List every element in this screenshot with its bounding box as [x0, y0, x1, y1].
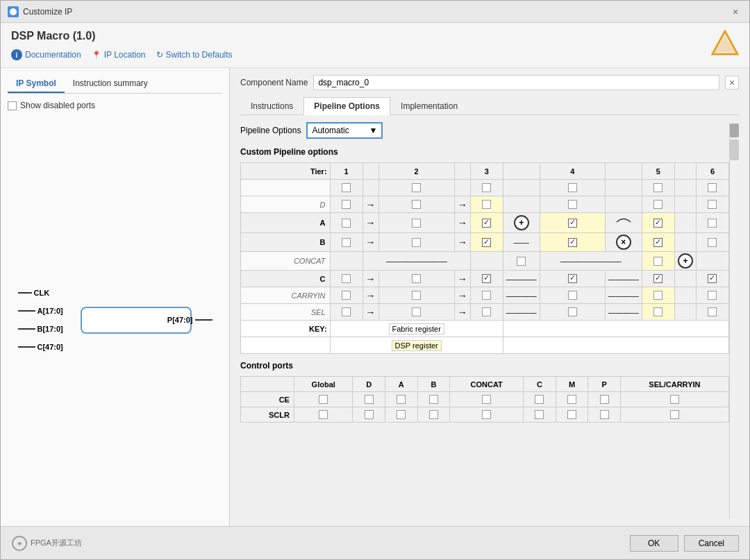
footer-logo: ✦ FPGA开源工坊 — [11, 535, 82, 552]
info-icon: i — [11, 49, 22, 60]
header: DSP Macro (1.0) i Documentation 📍 IP Loc… — [1, 23, 749, 68]
right-panel: Component Name × Instructions Pipeline O… — [230, 68, 749, 526]
col-a: A — [385, 377, 418, 392]
col-c: C — [524, 377, 556, 392]
port-clk: CLK — [18, 289, 63, 297]
mult-circle: × — [616, 235, 631, 250]
col-global: Global — [294, 377, 353, 392]
col-p: P — [588, 377, 621, 392]
svg-text:✦: ✦ — [17, 540, 22, 548]
c-row: C → → ———— ———— — [241, 271, 729, 287]
pipeline-options-row: Pipeline Options Automatic ▼ — [240, 122, 729, 139]
sclr-label: SCLR — [241, 407, 294, 423]
concat-row: CONCAT ———————— ———————— + — [241, 252, 729, 271]
pipeline-options-value: Automatic — [312, 126, 349, 135]
col-d: D — [353, 377, 385, 392]
control-header-row: Global D A B CONCAT C M P SEL/CARRYIN — [241, 377, 729, 392]
cancel-button[interactable]: Cancel — [684, 535, 739, 552]
tab-instructions[interactable]: Instructions — [240, 97, 303, 114]
dropdown-arrow-icon: ▼ — [369, 126, 378, 135]
show-disabled-label: Show disabled ports — [20, 101, 95, 110]
key-row: KEY: Fabric register — [241, 321, 729, 337]
show-disabled-checkbox[interactable] — [8, 101, 17, 110]
ip-location-icon: 📍 — [92, 51, 101, 60]
component-close-button[interactable]: × — [725, 76, 739, 90]
sel-row: SEL → → ———— ———— — [241, 304, 729, 321]
tier-6-header: 6 — [696, 163, 728, 180]
footer-logo-icon: ✦ — [11, 535, 28, 552]
d-row: D → → — [241, 196, 729, 213]
carryin-row: CARRYIN → → ———— ———— — [241, 287, 729, 304]
component-name-label: Component Name — [240, 78, 308, 87]
b-row: B → → —— × — [241, 233, 729, 252]
tab-ip-symbol[interactable]: IP Symbol — [8, 75, 65, 93]
dsp-key-label: DSP register — [392, 340, 442, 351]
component-name-input[interactable] — [313, 75, 719, 90]
documentation-label: Documentation — [25, 50, 81, 60]
refresh-icon: ↻ — [156, 50, 163, 60]
control-ports-title: Control ports — [240, 361, 729, 371]
tier-4-header: 4 — [540, 163, 605, 180]
title-bar: Customize IP × — [1, 1, 749, 23]
app-icon — [8, 6, 19, 17]
symbol-area: CLK A[17:0] B[17:0] C[47:0] — [8, 121, 222, 519]
tier-row-empty — [241, 180, 729, 196]
sclr-row: SCLR — [241, 407, 729, 423]
footer: ✦ FPGA开源工坊 OK Cancel — [1, 526, 749, 559]
fabric-key-label: Fabric register — [389, 323, 444, 334]
footer-logo-text: FPGA开源工坊 — [31, 538, 82, 548]
control-table: Global D A B CONCAT C M P SEL/CARRYIN — [240, 376, 729, 423]
col-concat: CONCAT — [450, 377, 524, 392]
window-title: Customize IP — [23, 7, 72, 17]
switch-to-defaults-label: Switch to Defaults — [166, 50, 233, 60]
ce-row: CE — [241, 392, 729, 407]
ip-location-link[interactable]: 📍 IP Location — [92, 50, 146, 60]
left-tabs: IP Symbol Instruction summary — [8, 75, 222, 94]
right-scrollbar[interactable] — [729, 122, 739, 519]
tier-1-header: 1 — [330, 163, 362, 180]
main-content: IP Symbol Instruction summary Show disab… — [1, 68, 749, 526]
left-panel: IP Symbol Instruction summary Show disab… — [1, 68, 230, 526]
tab-pipeline-options[interactable]: Pipeline Options — [303, 97, 390, 115]
port-b: B[17:0] — [18, 325, 63, 333]
adder-circle-a: + — [514, 215, 529, 230]
switch-to-defaults-link[interactable]: ↻ Switch to Defaults — [156, 50, 233, 60]
tab-implementation[interactable]: Implementation — [390, 97, 468, 114]
app-title: DSP Macro (1.0) — [11, 30, 233, 42]
close-button[interactable]: × — [728, 5, 742, 19]
pipeline-options-label: Pipeline Options — [240, 126, 301, 135]
documentation-link[interactable]: i Documentation — [11, 49, 81, 60]
col-b: B — [417, 377, 450, 392]
tier-3-header: 3 — [470, 163, 503, 180]
svg-point-0 — [10, 8, 17, 15]
a-row: A → → + — [241, 213, 729, 233]
right-scroll-area: Pipeline Options Automatic ▼ Custom Pipe… — [240, 122, 729, 519]
ip-location-label: IP Location — [104, 50, 146, 60]
port-p: P[47:0] — [167, 316, 212, 324]
main-window: Customize IP × DSP Macro (1.0) i Documen… — [0, 0, 750, 560]
app-logo — [711, 30, 739, 60]
col-m: M — [556, 377, 588, 392]
key-dsp-row: DSP register — [241, 337, 729, 354]
port-c: C[47:0] — [18, 343, 63, 351]
pipeline-table: Tier: 1 2 3 4 5 6 — [240, 162, 729, 354]
tier-2-header: 2 — [378, 163, 454, 180]
show-disabled-row: Show disabled ports — [8, 101, 222, 110]
tier-header: Tier: — [241, 163, 331, 180]
port-a: A[17:0] — [18, 307, 63, 315]
pipeline-options-select[interactable]: Automatic ▼ — [306, 122, 383, 139]
feedback-arc — [613, 214, 634, 230]
control-ports-section: Control ports Global D A B CONCAT — [240, 361, 729, 423]
component-name-row: Component Name × — [240, 75, 739, 90]
custom-pipeline-title: Custom Pipeline options — [240, 147, 729, 157]
tier-5-header: 5 — [642, 163, 674, 180]
ce-label: CE — [241, 392, 294, 407]
adder-circle-concat: + — [678, 253, 693, 269]
ok-button[interactable]: OK — [630, 535, 678, 552]
tab-instruction-summary[interactable]: Instruction summary — [65, 75, 156, 93]
toolbar: i Documentation 📍 IP Location ↻ Switch t… — [11, 49, 233, 60]
config-tabs: Instructions Pipeline Options Implementa… — [240, 97, 739, 115]
col-sel-carryin: SEL/CARRYIN — [620, 377, 728, 392]
